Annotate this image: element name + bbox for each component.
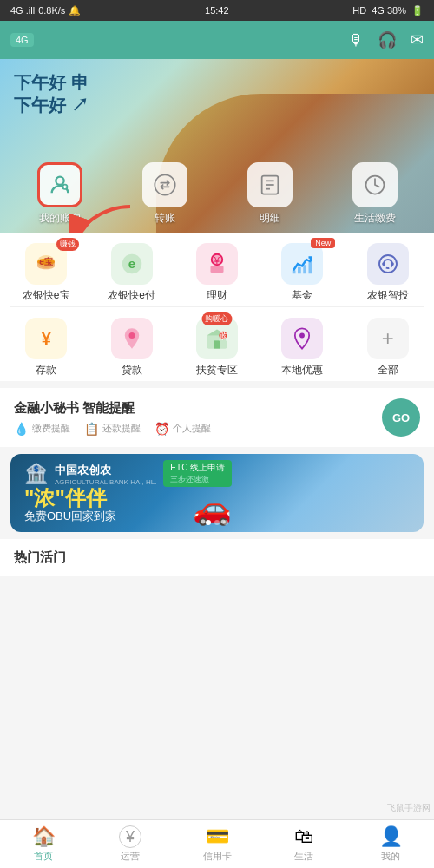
greeting-line1: 下午好 申 <box>14 71 89 94</box>
svg-text:e: e <box>128 256 135 271</box>
svg-point-25 <box>382 262 385 266</box>
fa-items: 💧 缴费提醒 📋 还款提醒 ⏰ 个人提醒 <box>14 422 382 436</box>
ad-dots <box>206 520 228 525</box>
top-nav: 4G 🎙 🎧 ✉ <box>0 21 434 59</box>
svg-point-0 <box>56 177 63 185</box>
fa-title: 金融小秘书 智能提醒 <box>14 400 382 417</box>
repay-label: 还款提醒 <box>102 422 141 435</box>
bank-name: 中国农创农 <box>55 463 156 478</box>
speed-text: 0.8K/s <box>38 5 65 16</box>
deposit-icon: ¥ <box>25 318 67 359</box>
banner: 下午好 申 下午好 ↗ 我的账户 <box>0 59 434 233</box>
hd-badge: HD <box>352 5 366 16</box>
bank-logo: 🏦 <box>24 463 48 485</box>
personal-label: 个人提醒 <box>173 422 211 435</box>
headphone-icon[interactable]: 🎧 <box>378 30 397 49</box>
nav-home[interactable]: 🏠 首页 <box>0 822 87 866</box>
life-fee-icon <box>352 162 398 207</box>
ad-tag-sub: 三步还速激 <box>170 474 225 485</box>
svg-rect-22 <box>304 265 307 273</box>
deposit-label: 存款 <box>36 363 56 378</box>
notification-icon: 🔔 <box>69 5 81 16</box>
fund-icon <box>281 243 323 285</box>
service-loan[interactable]: 贷款 <box>97 318 167 378</box>
service-poverty[interactable]: 购暖心 购 扶贫专区 <box>182 318 252 378</box>
status-right: HD 4G 38% 🔋 <box>352 5 424 16</box>
nav-life[interactable]: 🛍 生活 <box>260 822 347 866</box>
quick-item-details[interactable]: 明细 <box>247 162 293 226</box>
details-label: 明细 <box>260 211 280 226</box>
service-quick-pay[interactable]: e 农银快e付 <box>97 243 167 303</box>
ad-slogan: "浓"伴伴 <box>24 488 156 509</box>
home-icon: 🏠 <box>32 825 56 848</box>
svg-text:购: 购 <box>218 331 227 341</box>
bank-english: AGRICULTURAL BANK HAI, HL. <box>55 478 156 486</box>
quick-pay-icon: e <box>111 243 153 285</box>
nav-credit[interactable]: 💳 信用卡 <box>174 822 260 866</box>
nav-icons: 🎙 🎧 ✉ <box>348 30 424 49</box>
smart-invest-label: 农银智投 <box>367 288 409 303</box>
email-icon[interactable]: ✉ <box>411 30 424 49</box>
mine-icon: 👤 <box>379 825 403 848</box>
service-local-discount[interactable]: 本地优惠 <box>267 318 337 378</box>
loan-icon <box>111 318 153 359</box>
fee-icon: 💧 <box>14 422 29 436</box>
quick-treasure-label: 农银快e宝 <box>23 288 70 303</box>
svg-point-4 <box>155 174 174 194</box>
go-button[interactable]: GO <box>382 398 420 437</box>
local-discount-label: 本地优惠 <box>281 363 323 378</box>
time-display: 15:42 <box>205 5 229 16</box>
loan-label: 贷款 <box>122 363 142 378</box>
finance-icon: ¥ <box>196 243 238 285</box>
watermark: 飞鼠手游网 <box>387 802 431 814</box>
badge-new: New <box>311 238 335 248</box>
signal-text: 4G .ill <box>10 5 35 16</box>
quick-item-account[interactable]: 我的账户 <box>37 162 82 226</box>
life-icon: 🛍 <box>294 825 313 848</box>
fa-fee-reminder[interactable]: 💧 缴费提醒 <box>14 422 70 436</box>
hot-title: 热门活门 <box>14 549 66 564</box>
finance-nav-label: 运营 <box>121 850 140 863</box>
svg-point-27 <box>128 332 135 339</box>
all-label: 全部 <box>378 363 398 378</box>
quick-item-transfer[interactable]: 转账 <box>142 162 187 226</box>
service-quick-treasure[interactable]: 赚钱 e宝 农银快e宝 <box>11 243 81 303</box>
ad-sub: 免费OBU回家到家 <box>24 509 156 524</box>
svg-rect-23 <box>309 262 312 274</box>
poverty-label: 扶贫专区 <box>196 363 238 378</box>
account-icon <box>37 162 82 207</box>
service-finance[interactable]: ¥ 理财 <box>182 243 252 303</box>
service-row-1: 赚钱 e宝 农银快e宝 e 农银快e付 <box>0 233 434 306</box>
credit-icon: 💳 <box>206 825 229 848</box>
quick-pay-label: 农银快e付 <box>108 288 155 303</box>
quick-item-life-fee[interactable]: 生活缴费 <box>352 162 398 226</box>
fa-personal-reminder[interactable]: ⏰ 个人提醒 <box>155 422 211 436</box>
service-row-2: ¥ 存款 贷款 购暖心 购 <box>0 307 434 381</box>
svg-rect-19 <box>210 266 223 273</box>
transfer-label: 转账 <box>155 211 175 226</box>
status-left: 4G .ill 0.8K/s 🔔 <box>10 5 81 16</box>
svg-point-32 <box>299 333 305 339</box>
ad-banner[interactable]: 🏦 中国农创农 AGRICULTURAL BANK HAI, HL. "浓"伴伴… <box>10 454 424 532</box>
service-smart-invest[interactable]: 农银智投 <box>353 243 423 303</box>
service-all[interactable]: + 全部 <box>353 318 423 378</box>
svg-rect-29 <box>214 340 220 348</box>
account-label: 我的账户 <box>39 211 81 226</box>
life-label: 生活 <box>294 850 313 863</box>
greeting: 下午好 申 下午好 ↗ <box>14 71 89 116</box>
network-info: 4G 38% <box>372 5 406 16</box>
service-deposit[interactable]: ¥ 存款 <box>11 318 81 378</box>
service-fund[interactable]: New 基金 <box>267 243 337 303</box>
fee-label: 缴费提醒 <box>32 422 70 435</box>
battery-icon: 🔋 <box>411 5 424 16</box>
nav-finance[interactable]: ¥ 运营 <box>87 822 174 866</box>
transfer-icon <box>142 162 187 207</box>
nav-mine[interactable]: 👤 我的 <box>347 822 434 866</box>
greeting-line2: 下午好 ↗ <box>14 94 89 116</box>
dot-2 <box>214 520 220 525</box>
local-discount-icon <box>281 318 323 359</box>
ad-right: ETC 线上申请 三步还速激 🚗 <box>163 460 232 527</box>
mic-icon[interactable]: 🎙 <box>348 31 364 49</box>
fa-repay-reminder[interactable]: 📋 还款提醒 <box>84 422 141 436</box>
badge-earn: 赚钱 <box>56 238 79 251</box>
